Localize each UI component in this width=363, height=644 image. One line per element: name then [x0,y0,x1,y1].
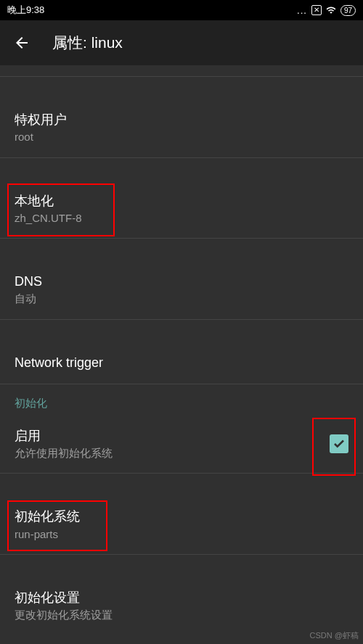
item-subtitle: zh_CN.UTF-8 [15,211,348,226]
item-subtitle: root [15,130,348,144]
item-subtitle: run-parts [15,527,348,542]
item-title: DNS [15,273,348,290]
back-arrow-icon[interactable] [13,34,30,51]
settings-list: 特权用户 root 本地化 zh_CN.UTF-8 DNS 自动 Network… [0,65,363,635]
section-header-init: 初始化 [0,384,363,415]
app-bar: 属性: linux [0,20,363,65]
item-title: 初始化系统 [15,508,348,525]
status-right: ... ✕ 97 [297,5,356,16]
status-bar: 晚上9:38 ... ✕ 97 [0,0,363,20]
page-title: 属性: linux [52,33,123,53]
item-enable-init[interactable]: 启用 允许使用初始化系统 [0,415,363,474]
item-privileged-user[interactable]: 特权用户 root [0,99,363,158]
battery-icon: 97 [340,5,356,16]
gap [0,555,363,577]
item-title: 启用 [15,427,330,445]
gap [0,158,363,180]
item-localization[interactable]: 本地化 zh_CN.UTF-8 [0,180,363,239]
item-title: 初始化设置 [15,589,348,606]
item-init-system[interactable]: 初始化系统 run-parts [0,495,363,555]
checkbox-checked-icon[interactable] [330,434,348,453]
item-title: 本地化 [15,192,348,210]
item-subtitle: 更改初始化系统设置 [15,608,348,622]
signal-dots-icon: ... [297,5,307,16]
status-time: 晚上9:38 [7,4,44,17]
watermark: CSDN @虾稿 [310,630,359,641]
item-network-trigger[interactable]: Network trigger [0,342,363,384]
item-title: Network trigger [15,354,348,371]
wifi-icon [326,5,336,15]
item-subtitle: 自动 [15,292,348,306]
item-subtitle: 允许使用初始化系统 [15,446,330,461]
item-title: 特权用户 [15,111,348,128]
item-init-settings[interactable]: 初始化设置 更改初始化系统设置 [0,577,363,635]
gap [0,474,363,495]
x-box-icon: ✕ [311,5,322,15]
item-dns[interactable]: DNS 自动 [0,260,363,320]
gap [0,320,363,342]
gap [0,77,363,99]
divider [0,71,363,77]
gap [0,239,363,260]
